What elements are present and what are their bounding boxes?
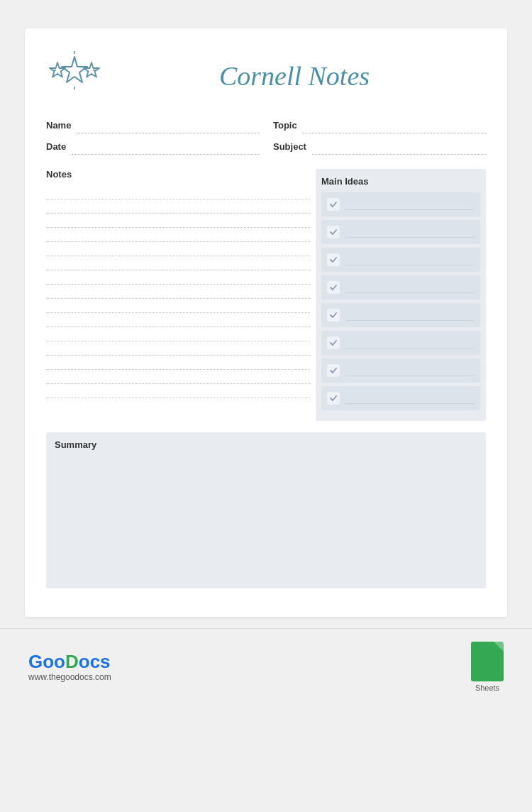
notes-line[interactable] [46,242,310,256]
checkbox-icon[interactable] [327,281,340,294]
notes-line[interactable] [46,270,310,285]
cornell-notes-page: Cornell Notes Name Topic Date Subject [25,28,507,617]
notes-line[interactable] [46,327,310,341]
stars-icon [46,50,103,102]
notes-line[interactable] [46,341,310,356]
main-ideas-column: Main Ideas [316,169,486,421]
main-idea-item[interactable] [321,303,480,327]
svg-marker-1 [50,62,65,77]
footer: GooDocs www.thegoodocs.com Sheets [0,628,532,705]
notes-column: Notes [46,169,310,421]
svg-marker-0 [62,57,87,82]
checkbox-icon[interactable] [327,392,340,405]
main-idea-text[interactable] [345,199,475,210]
name-label: Name [46,120,71,133]
fields-row-2: Date Subject [46,141,486,155]
main-idea-text[interactable] [345,393,475,404]
notes-line[interactable] [46,185,310,199]
page-header: Cornell Notes [46,50,486,102]
notes-lines [46,185,310,398]
notes-line[interactable] [46,228,310,242]
main-idea-item[interactable] [321,220,480,244]
main-idea-text[interactable] [345,309,475,321]
content-area: Notes Main Ideas [46,169,486,421]
checkbox-icon[interactable] [327,226,340,238]
main-idea-item[interactable] [321,386,480,410]
sheets-label: Sheets [475,684,499,692]
page-title: Cornell Notes [103,60,486,92]
main-idea-item[interactable] [321,248,480,272]
main-idea-text[interactable] [345,254,475,265]
sheets-icon-grid [482,651,493,673]
summary-section: Summary [46,432,486,588]
goodocs-url: www.thegoodocs.com [28,672,111,682]
footer-brand: GooDocs www.thegoodocs.com [28,652,111,682]
date-label: Date [46,141,66,155]
notes-line[interactable] [46,370,310,384]
notes-line[interactable] [46,313,310,327]
main-ideas-label: Main Ideas [321,176,480,187]
main-idea-text[interactable] [345,337,475,349]
main-idea-text[interactable] [345,226,475,238]
topic-input-line[interactable] [303,119,486,133]
main-idea-text[interactable] [345,365,475,376]
notes-line[interactable] [46,384,310,398]
topic-field-group: Topic [273,119,486,133]
checkbox-icon[interactable] [327,364,340,377]
subject-input-line[interactable] [312,141,486,155]
date-input-line[interactable] [72,141,259,155]
notes-line[interactable] [46,285,310,299]
checkbox-icon[interactable] [327,198,340,211]
svg-marker-2 [84,62,99,77]
subject-field-group: Subject [273,141,486,155]
fields-row-1: Name Topic [46,119,486,133]
main-idea-item[interactable] [321,192,480,216]
name-input-line[interactable] [77,119,259,133]
checkbox-icon[interactable] [327,253,340,266]
main-idea-item[interactable] [321,331,480,355]
notes-line[interactable] [46,356,310,370]
main-idea-item[interactable] [321,358,480,383]
topic-label: Topic [273,120,297,133]
notes-line[interactable] [46,199,310,214]
notes-line[interactable] [46,299,310,313]
notes-line[interactable] [46,256,310,270]
checkbox-icon[interactable] [327,336,340,349]
subject-label: Subject [273,141,306,155]
fields-section: Name Topic Date Subject [46,119,486,155]
sheets-icon-wrapper: Sheets [471,642,504,692]
goodocs-logo: GooDocs [28,652,111,671]
sheets-icon [471,642,504,681]
notes-line[interactable] [46,214,310,228]
checkbox-icon[interactable] [327,309,340,322]
main-idea-item[interactable] [321,275,480,300]
main-idea-text[interactable] [345,282,475,293]
notes-section-label: Notes [46,169,310,180]
summary-label: Summary [55,439,477,450]
date-field-group: Date [46,141,259,155]
name-field-group: Name [46,119,259,133]
